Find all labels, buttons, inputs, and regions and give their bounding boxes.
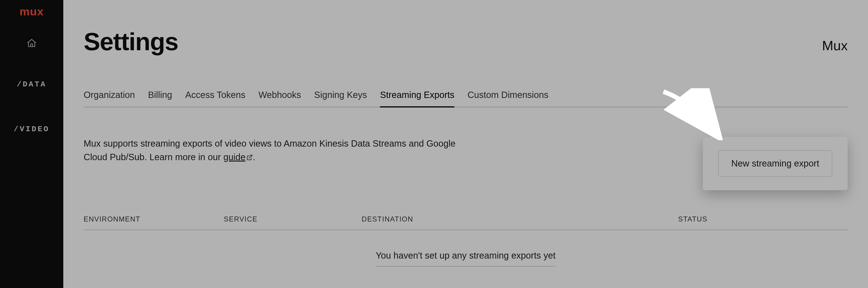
new-export-callout: New streaming export: [703, 137, 848, 190]
tab-billing[interactable]: Billing: [148, 90, 172, 107]
guide-link[interactable]: guide: [223, 152, 253, 162]
home-icon[interactable]: [26, 37, 37, 49]
tab-signing-keys[interactable]: Signing Keys: [314, 90, 367, 107]
tab-webhooks[interactable]: Webhooks: [258, 90, 301, 107]
table-empty-state: You haven't set up any streaming exports…: [84, 230, 848, 266]
new-streaming-export-button[interactable]: New streaming export: [718, 150, 832, 177]
sidebar-item-data[interactable]: /DATA: [17, 80, 46, 89]
org-name: Mux: [822, 38, 848, 53]
column-header-destination: DESTINATION: [362, 215, 678, 223]
settings-tabs: Organization Billing Access Tokens Webho…: [84, 90, 848, 107]
page-title: Settings: [84, 27, 178, 56]
tab-streaming-exports[interactable]: Streaming Exports: [380, 90, 454, 108]
table-header-row: ENVIRONMENT SERVICE DESTINATION STATUS: [84, 215, 848, 230]
svg-line-0: [249, 155, 252, 158]
column-header-environment: ENVIRONMENT: [84, 215, 224, 223]
tab-access-tokens[interactable]: Access Tokens: [185, 90, 246, 107]
description-text-before: Mux supports streaming exports of video …: [84, 139, 456, 162]
logo-text: mux: [20, 6, 44, 17]
description-text-after: .: [253, 152, 255, 162]
empty-state-message: You haven't set up any streaming exports…: [376, 251, 556, 266]
sidebar: mux /DATA /VIDEO: [0, 0, 63, 288]
main-content: Settings Mux Organization Billing Access…: [63, 0, 868, 288]
column-header-status: STATUS: [678, 215, 848, 223]
tab-custom-dimensions[interactable]: Custom Dimensions: [467, 90, 548, 107]
tab-organization[interactable]: Organization: [84, 90, 135, 107]
streaming-exports-description: Mux supports streaming exports of video …: [84, 137, 479, 164]
column-header-service: SERVICE: [224, 215, 362, 223]
sidebar-item-video[interactable]: /VIDEO: [14, 125, 50, 134]
mux-logo[interactable]: mux: [20, 6, 43, 17]
external-link-icon: [246, 154, 253, 161]
exports-table: ENVIRONMENT SERVICE DESTINATION STATUS Y…: [84, 215, 848, 266]
